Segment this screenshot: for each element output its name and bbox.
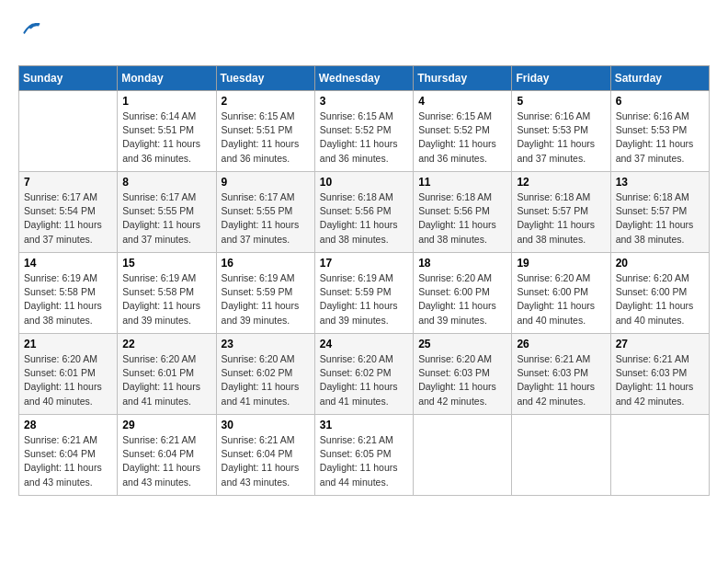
logo: [18, 18, 40, 56]
calendar-cell: 30Sunrise: 6:21 AMSunset: 6:04 PMDayligh…: [216, 415, 314, 496]
day-number: 23: [222, 338, 310, 350]
day-info: Sunrise: 6:15 AMSunset: 5:52 PMDaylight:…: [320, 109, 408, 166]
day-number: 17: [320, 257, 408, 270]
day-number: 30: [222, 419, 310, 431]
day-info: Sunrise: 6:18 AMSunset: 5:57 PMDaylight:…: [517, 190, 605, 247]
calendar-week-row: 14Sunrise: 6:19 AMSunset: 5:58 PMDayligh…: [19, 253, 710, 334]
day-info: Sunrise: 6:21 AMSunset: 6:04 PMDaylight:…: [122, 433, 210, 489]
day-info: Sunrise: 6:21 AMSunset: 6:04 PMDaylight:…: [222, 433, 310, 489]
day-of-week-header: Thursday: [414, 66, 512, 91]
day-info: Sunrise: 6:16 AMSunset: 5:53 PMDaylight:…: [616, 109, 704, 166]
day-info: Sunrise: 6:16 AMSunset: 5:53 PMDaylight:…: [517, 109, 605, 166]
day-info: Sunrise: 6:15 AMSunset: 5:52 PMDaylight:…: [418, 109, 506, 166]
day-info: Sunrise: 6:21 AMSunset: 6:05 PMDaylight:…: [320, 433, 408, 489]
day-info: Sunrise: 6:19 AMSunset: 5:58 PMDaylight:…: [24, 271, 112, 327]
day-info: Sunrise: 6:20 AMSunset: 6:01 PMDaylight:…: [122, 352, 210, 408]
calendar-cell: 28Sunrise: 6:21 AMSunset: 6:04 PMDayligh…: [19, 415, 118, 496]
calendar-cell: 9Sunrise: 6:17 AMSunset: 5:55 PMDaylight…: [216, 172, 314, 253]
day-info: Sunrise: 6:17 AMSunset: 5:55 PMDaylight:…: [222, 190, 310, 247]
day-info: Sunrise: 6:18 AMSunset: 5:56 PMDaylight:…: [418, 190, 506, 247]
day-info: Sunrise: 6:20 AMSunset: 6:03 PMDaylight:…: [418, 352, 506, 408]
calendar-cell: 3Sunrise: 6:15 AMSunset: 5:52 PMDaylight…: [314, 91, 413, 172]
day-number: 6: [616, 95, 704, 108]
day-number: 5: [517, 95, 605, 108]
calendar-cell: 2Sunrise: 6:15 AMSunset: 5:51 PMDaylight…: [216, 91, 314, 172]
day-number: 31: [320, 419, 408, 431]
day-info: Sunrise: 6:19 AMSunset: 5:59 PMDaylight:…: [320, 271, 408, 327]
day-number: 3: [320, 95, 408, 108]
calendar-cell: 21Sunrise: 6:20 AMSunset: 6:01 PMDayligh…: [19, 334, 118, 415]
calendar-cell: 29Sunrise: 6:21 AMSunset: 6:04 PMDayligh…: [118, 415, 216, 496]
day-info: Sunrise: 6:21 AMSunset: 6:03 PMDaylight:…: [616, 352, 704, 408]
calendar-cell: 17Sunrise: 6:19 AMSunset: 5:59 PMDayligh…: [314, 253, 413, 334]
day-number: 14: [24, 257, 112, 270]
calendar-cell: 11Sunrise: 6:18 AMSunset: 5:56 PMDayligh…: [414, 172, 512, 253]
calendar-cell: 12Sunrise: 6:18 AMSunset: 5:57 PMDayligh…: [512, 172, 610, 253]
day-number: 21: [24, 338, 112, 350]
day-number: 29: [122, 419, 210, 431]
day-number: 12: [517, 176, 605, 189]
day-of-week-header: Saturday: [610, 66, 709, 91]
day-info: Sunrise: 6:14 AMSunset: 5:51 PMDaylight:…: [122, 109, 210, 166]
day-number: 16: [222, 257, 310, 270]
calendar-cell: 22Sunrise: 6:20 AMSunset: 6:01 PMDayligh…: [118, 334, 216, 415]
calendar-week-row: 1Sunrise: 6:14 AMSunset: 5:51 PMDaylight…: [19, 91, 710, 172]
day-info: Sunrise: 6:19 AMSunset: 5:59 PMDaylight:…: [222, 271, 310, 327]
day-info: Sunrise: 6:21 AMSunset: 6:03 PMDaylight:…: [517, 352, 605, 408]
calendar-cell: [414, 415, 512, 496]
calendar-cell: 15Sunrise: 6:19 AMSunset: 5:58 PMDayligh…: [118, 253, 216, 334]
calendar-cell: [19, 91, 118, 172]
calendar-cell: 20Sunrise: 6:20 AMSunset: 6:00 PMDayligh…: [610, 253, 709, 334]
day-info: Sunrise: 6:17 AMSunset: 5:55 PMDaylight:…: [122, 190, 210, 247]
day-info: Sunrise: 6:20 AMSunset: 6:00 PMDaylight:…: [517, 271, 605, 327]
day-number: 22: [122, 338, 210, 350]
day-of-week-header: Wednesday: [314, 66, 413, 91]
day-info: Sunrise: 6:18 AMSunset: 5:57 PMDaylight:…: [616, 190, 704, 247]
day-of-week-header: Monday: [118, 66, 216, 91]
day-number: 27: [616, 338, 704, 350]
day-number: 19: [517, 257, 605, 270]
calendar-cell: [610, 415, 709, 496]
calendar-cell: 23Sunrise: 6:20 AMSunset: 6:02 PMDayligh…: [216, 334, 314, 415]
day-number: 1: [122, 95, 210, 108]
calendar-cell: 7Sunrise: 6:17 AMSunset: 5:54 PMDaylight…: [19, 172, 118, 253]
calendar-table: SundayMondayTuesdayWednesdayThursdayFrid…: [18, 65, 710, 496]
calendar-cell: 4Sunrise: 6:15 AMSunset: 5:52 PMDaylight…: [414, 91, 512, 172]
day-of-week-header: Tuesday: [216, 66, 314, 91]
calendar-cell: 1Sunrise: 6:14 AMSunset: 5:51 PMDaylight…: [118, 91, 216, 172]
calendar-header-row: SundayMondayTuesdayWednesdayThursdayFrid…: [19, 66, 710, 91]
calendar-cell: 19Sunrise: 6:20 AMSunset: 6:00 PMDayligh…: [512, 253, 610, 334]
day-info: Sunrise: 6:20 AMSunset: 6:00 PMDaylight:…: [616, 271, 704, 327]
calendar-cell: 24Sunrise: 6:20 AMSunset: 6:02 PMDayligh…: [314, 334, 413, 415]
day-number: 18: [418, 257, 506, 270]
day-number: 28: [24, 419, 112, 431]
calendar-cell: 27Sunrise: 6:21 AMSunset: 6:03 PMDayligh…: [610, 334, 709, 415]
day-info: Sunrise: 6:18 AMSunset: 5:56 PMDaylight:…: [320, 190, 408, 247]
day-number: 25: [418, 338, 506, 350]
day-of-week-header: Friday: [512, 66, 610, 91]
day-number: 26: [517, 338, 605, 350]
day-number: 20: [616, 257, 704, 270]
day-info: Sunrise: 6:20 AMSunset: 6:02 PMDaylight:…: [222, 352, 310, 408]
day-info: Sunrise: 6:19 AMSunset: 5:58 PMDaylight:…: [122, 271, 210, 327]
logo-bird-icon: [18, 18, 40, 37]
calendar-cell: 18Sunrise: 6:20 AMSunset: 6:00 PMDayligh…: [414, 253, 512, 334]
calendar-cell: 14Sunrise: 6:19 AMSunset: 5:58 PMDayligh…: [19, 253, 118, 334]
calendar-cell: 26Sunrise: 6:21 AMSunset: 6:03 PMDayligh…: [512, 334, 610, 415]
day-number: 13: [616, 176, 704, 189]
day-info: Sunrise: 6:15 AMSunset: 5:51 PMDaylight:…: [222, 109, 310, 166]
day-number: 4: [418, 95, 506, 108]
day-number: 8: [122, 176, 210, 189]
calendar-cell: [512, 415, 610, 496]
day-number: 24: [320, 338, 408, 350]
calendar-cell: 25Sunrise: 6:20 AMSunset: 6:03 PMDayligh…: [414, 334, 512, 415]
calendar-week-row: 21Sunrise: 6:20 AMSunset: 6:01 PMDayligh…: [19, 334, 710, 415]
calendar-week-row: 28Sunrise: 6:21 AMSunset: 6:04 PMDayligh…: [19, 415, 710, 496]
day-info: Sunrise: 6:17 AMSunset: 5:54 PMDaylight:…: [24, 190, 112, 247]
calendar-cell: 31Sunrise: 6:21 AMSunset: 6:05 PMDayligh…: [314, 415, 413, 496]
day-number: 11: [418, 176, 506, 189]
calendar-cell: 10Sunrise: 6:18 AMSunset: 5:56 PMDayligh…: [314, 172, 413, 253]
day-number: 10: [320, 176, 408, 189]
page-header: [18, 18, 710, 56]
calendar-cell: 16Sunrise: 6:19 AMSunset: 5:59 PMDayligh…: [216, 253, 314, 334]
